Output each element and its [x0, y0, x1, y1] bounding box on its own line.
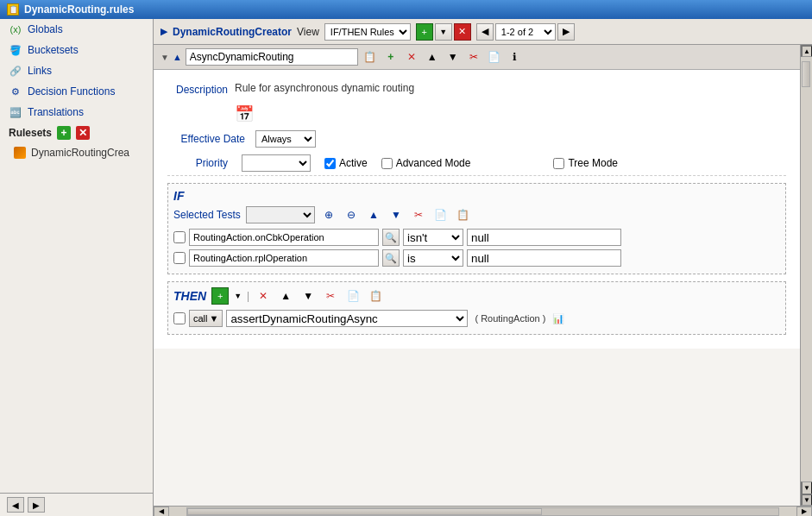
then-paste-btn[interactable]: 📋: [367, 287, 384, 305]
rulesets-add-button[interactable]: +: [57, 126, 71, 140]
decision-functions-icon: ⚙: [9, 85, 22, 98]
selected-tests-row: Selected Tests ⊕ ⊖ ▲ ▼ ✂ 📄 📋: [173, 203, 780, 227]
effective-priority-row: Effective Date Always: [167, 127, 786, 151]
rule-up-button[interactable]: ▲: [424, 48, 441, 66]
tests-toolbar-1[interactable]: ⊕: [320, 206, 337, 223]
sidebar-item-links[interactable]: 🔗 Links: [0, 60, 153, 81]
advanced-mode-label: Advanced Mode: [396, 157, 471, 169]
condition-row-1: 🔍 isn't is: [173, 227, 780, 248]
v-scroll-down-btn[interactable]: ▼: [801, 481, 812, 494]
description-row: Description Rule for asynchronous dynami…: [167, 77, 786, 101]
h-scroll-area: ◀ ▶: [154, 506, 812, 516]
sidebar-item-decision-functions[interactable]: ⚙ Decision Functions: [0, 81, 153, 102]
rule-name-input[interactable]: [186, 48, 358, 66]
add-rule-button[interactable]: +: [416, 23, 433, 41]
action-function-select[interactable]: assertDynamicRoutingAsync: [226, 310, 468, 327]
h-scroll-right-btn[interactable]: ▶: [796, 507, 812, 517]
sidebar-item-globals[interactable]: (x) Globals: [0, 19, 153, 40]
ruleset-item-dynamic-routing[interactable]: DynamicRoutingCrea: [0, 143, 153, 162]
selected-tests-select[interactable]: [246, 206, 315, 223]
priority-label: Priority: [167, 157, 228, 169]
cond2-value-input[interactable]: [467, 249, 621, 267]
cond2-op-select[interactable]: is isn't: [403, 249, 463, 267]
ruleset-item-label: DynamicRoutingCrea: [31, 147, 129, 159]
rule-paste-button[interactable]: 📄: [486, 48, 503, 66]
call-dropdown-arrow[interactable]: ▼: [210, 313, 219, 324]
tests-cut-btn[interactable]: ✂: [410, 206, 427, 223]
rule-body: Description Rule for asynchronous dynami…: [154, 70, 800, 349]
cond1-op-select[interactable]: isn't is: [403, 229, 463, 246]
delete-rule-button[interactable]: ✕: [454, 23, 471, 41]
cond1-checkbox[interactable]: [173, 231, 186, 243]
tests-up-btn[interactable]: ▲: [365, 206, 382, 223]
tests-paste-btn[interactable]: 📋: [455, 206, 472, 223]
h-scroll-left-btn[interactable]: ◀: [154, 507, 169, 517]
then-up-btn[interactable]: ▲: [277, 287, 294, 305]
then-section: THEN + ▼ | ✕ ▲ ▼ ✂ 📄 📋: [167, 281, 786, 335]
rule-expand-icon[interactable]: ▲: [173, 52, 182, 62]
rule-delete-button[interactable]: ✕: [403, 48, 420, 66]
view-select[interactable]: IF/THEN Rules: [324, 23, 411, 41]
advanced-mode-checkbox[interactable]: [381, 158, 393, 169]
v-scroll-thumb[interactable]: [802, 61, 810, 87]
eff-icon-row: 📅: [167, 101, 786, 127]
call-button[interactable]: call ▼: [189, 310, 223, 327]
effective-date-select[interactable]: Always: [255, 130, 316, 148]
action-param: ( RoutingAction ): [475, 313, 545, 324]
cond1-value-input[interactable]: [467, 229, 621, 246]
cond2-checkbox[interactable]: [173, 252, 186, 264]
translations-label: Translations: [28, 106, 84, 118]
selected-tests-label: Selected Tests: [173, 209, 241, 221]
cond1-name-input[interactable]: [189, 229, 379, 246]
rule-info-button[interactable]: ℹ: [507, 48, 524, 66]
tree-mode-label: Tree Mode: [568, 157, 618, 169]
priority-select[interactable]: [242, 154, 311, 172]
title-bar: 📋 DynamicRouting.rules: [0, 0, 812, 19]
then-add-btn[interactable]: +: [211, 287, 229, 305]
then-cut-btn[interactable]: ✂: [322, 287, 339, 305]
sidebar-nav-prev[interactable]: ◀: [7, 497, 24, 513]
then-copy-btn[interactable]: 📄: [344, 287, 362, 305]
rule-header: ▼ ▲ 📋 + ✕ ▲ ▼ ✂ 📄 ℹ: [154, 45, 800, 70]
rule-down-button[interactable]: ▼: [444, 48, 462, 66]
then-down-btn[interactable]: ▼: [299, 287, 317, 305]
then-text: THEN: [173, 289, 206, 303]
main-container: (x) Globals 🪣 Bucketsets 🔗 Links ⚙ Decis…: [0, 19, 812, 516]
tree-mode-checkbox[interactable]: [553, 158, 564, 169]
tests-copy-btn[interactable]: 📄: [432, 206, 450, 223]
sidebar-item-bucketsets[interactable]: 🪣 Bucketsets: [0, 40, 153, 60]
page-next-button[interactable]: ▶: [557, 23, 575, 41]
then-sep1: |: [247, 290, 249, 302]
view-label: View: [297, 26, 319, 38]
rule-copy-button[interactable]: 📋: [362, 48, 379, 66]
page-prev-button[interactable]: ◀: [476, 23, 494, 41]
if-label: IF: [173, 189, 780, 203]
condition-row-2: 🔍 is isn't: [173, 248, 780, 268]
add-rule-dropdown[interactable]: ▼: [435, 23, 452, 41]
action-checkbox[interactable]: [173, 312, 186, 324]
rule-add-button[interactable]: +: [382, 48, 400, 66]
then-add-dropdown[interactable]: ▼: [234, 292, 242, 300]
v-scroll-extra-btn[interactable]: ▼: [801, 494, 812, 506]
tests-toolbar-2[interactable]: ⊖: [343, 206, 360, 223]
page-select[interactable]: 1-2 of 2: [495, 23, 556, 41]
sidebar-nav-next[interactable]: ▶: [28, 497, 45, 513]
cond1-search-btn[interactable]: 🔍: [382, 229, 400, 246]
cond2-name-input[interactable]: [189, 249, 379, 267]
rule-content: ▼ ▲ 📋 + ✕ ▲ ▼ ✂ 📄 ℹ: [154, 45, 800, 506]
decision-functions-label: Decision Functions: [28, 85, 115, 98]
call-label: call: [193, 313, 208, 324]
collapse-icon[interactable]: ▼: [161, 53, 169, 62]
h-scroll-thumb[interactable]: [187, 508, 542, 515]
sidebar-item-translations[interactable]: 🔤 Translations: [0, 102, 153, 123]
sidebar: (x) Globals 🪣 Bucketsets 🔗 Links ⚙ Decis…: [0, 19, 154, 516]
active-checkbox[interactable]: [324, 158, 336, 169]
v-scrollbar: ▲ ▼ ▼: [800, 45, 812, 506]
translations-icon: 🔤: [9, 105, 22, 119]
cond2-search-btn[interactable]: 🔍: [382, 249, 400, 267]
rulesets-delete-button[interactable]: ✕: [76, 126, 90, 140]
then-del-btn[interactable]: ✕: [255, 287, 272, 305]
rule-cut-button[interactable]: ✂: [465, 48, 482, 66]
tests-down-btn[interactable]: ▼: [387, 206, 405, 223]
v-scroll-up-btn[interactable]: ▲: [801, 45, 812, 57]
